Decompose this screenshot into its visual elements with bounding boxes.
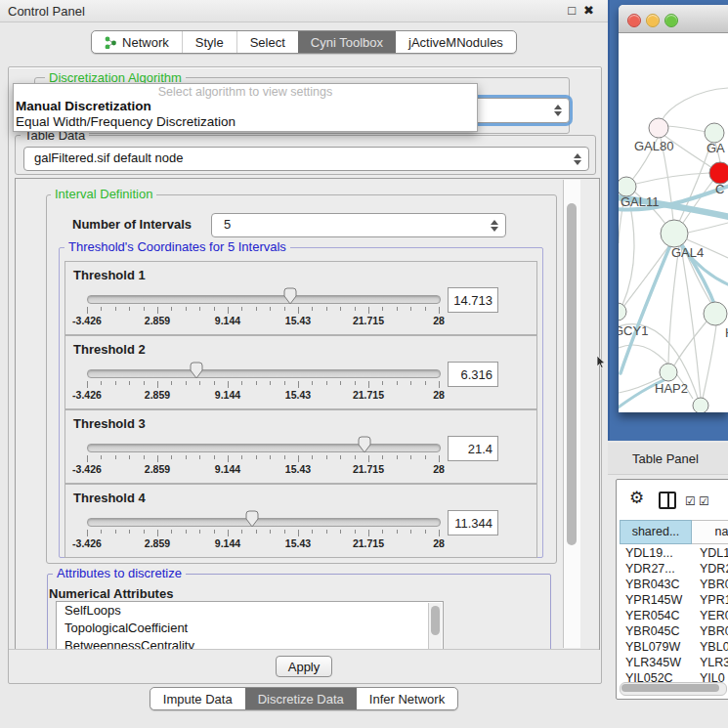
- node-GA[interactable]: [705, 123, 724, 143]
- panel-scrollbar[interactable]: [563, 180, 580, 648]
- column-header[interactable]: na: [692, 520, 728, 544]
- table-cell[interactable]: YBL079W: [620, 639, 692, 655]
- dropdown-option[interactable]: Manual Discretization: [14, 99, 477, 114]
- threshold-slider-track[interactable]: [87, 444, 441, 452]
- apply-button[interactable]: Apply: [276, 656, 332, 677]
- num-intervals-combo[interactable]: 5: [211, 213, 506, 237]
- scrollbar-thumb[interactable]: [567, 203, 577, 545]
- slider-tick-labels: -3.4262.8599.14415.4321.71528: [87, 537, 439, 549]
- threshold-value-field[interactable]: 11.344: [448, 510, 498, 535]
- node-GAL80[interactable]: [649, 118, 668, 138]
- node-GAL4[interactable]: [661, 220, 688, 247]
- table-row[interactable]: YDR27...YDR2: [620, 561, 728, 577]
- mouse-cursor: [596, 356, 608, 369]
- attributes-list[interactable]: SelfLoopsTopologicalCoefficientBetweenne…: [56, 601, 444, 650]
- node-GAL11[interactable]: [619, 177, 636, 196]
- table-cell[interactable]: YDL19...: [620, 545, 692, 561]
- spinner-arrows-icon: [491, 220, 498, 232]
- minimize-traffic-light-icon[interactable]: [646, 14, 660, 27]
- tab-cyni-toolbox[interactable]: Cyni Toolbox: [298, 31, 396, 53]
- table-cell[interactable]: YER0: [692, 608, 728, 623]
- node[interactable]: [693, 398, 708, 412]
- dropdown-option[interactable]: Equal Width/Frequency Discretization: [14, 114, 477, 130]
- gear-icon[interactable]: ⚙: [629, 490, 644, 506]
- mode-tab-bar: Impute DataDiscretize DataInfer Network: [0, 687, 608, 710]
- mode-tab-infer-network[interactable]: Infer Network: [357, 688, 457, 709]
- num-intervals-value: 5: [224, 217, 231, 232]
- table-row[interactable]: YDL19...YDL1: [620, 545, 728, 561]
- threshold-3-panel: Threshold 3 -3.4262.8599.14415.4321.7152…: [64, 409, 537, 484]
- network-graph[interactable]: GAL80GACGAL11GAL4GCY1HHAP2: [619, 33, 728, 412]
- node-GCY1[interactable]: [619, 303, 626, 321]
- tab-label: Discretize Data: [258, 692, 344, 707]
- table-cell[interactable]: YDR2: [692, 561, 728, 577]
- threshold-slider-thumb[interactable]: [358, 436, 371, 453]
- tab-style[interactable]: Style: [182, 31, 236, 53]
- checkbox-icon[interactable]: ☑: [685, 495, 696, 507]
- table-hscrollbar[interactable]: [620, 682, 727, 696]
- scrollbar-thumb[interactable]: [621, 684, 719, 692]
- table-cell[interactable]: YDL1: [692, 545, 728, 561]
- table-row[interactable]: YBL079WYBL0: [620, 639, 728, 655]
- threshold-value-field[interactable]: 21.4: [448, 436, 498, 461]
- node-C[interactable]: [709, 162, 728, 184]
- threshold-slider-thumb[interactable]: [190, 362, 203, 379]
- threshold-slider-thumb[interactable]: [245, 510, 259, 528]
- columns-icon[interactable]: [659, 492, 676, 509]
- dropdown-prompt: Select algorithm to view settings: [14, 84, 477, 99]
- node-HAP2[interactable]: [660, 364, 677, 381]
- tab-network[interactable]: Network: [92, 31, 182, 53]
- threshold-label: Threshold 4: [73, 491, 146, 505]
- threshold-value-field[interactable]: 14.713: [448, 287, 498, 313]
- tab-select[interactable]: Select: [236, 31, 298, 53]
- column-header[interactable]: shared...: [620, 520, 692, 544]
- spinner-arrows-icon: [554, 105, 562, 116]
- threshold-1-panel: Threshold 1 -3.4262.8599.14415.4321.7152…: [64, 261, 537, 335]
- mode-tab-discretize-data[interactable]: Discretize Data: [245, 688, 357, 709]
- table-cell[interactable]: YBR043C: [620, 577, 692, 592]
- mode-tab-impute-data[interactable]: Impute Data: [150, 688, 245, 709]
- table-cell[interactable]: YBR0: [692, 577, 728, 592]
- table-data-combo[interactable]: galFiltered.sif default node: [23, 147, 589, 171]
- table-row[interactable]: YBR045CYBR0: [620, 623, 728, 639]
- tab-jactivemnodules[interactable]: jActiveMNodules: [396, 31, 516, 53]
- table-row[interactable]: YLR345WYLR3: [620, 655, 728, 670]
- attribute-list-item[interactable]: TopologicalCoefficient: [57, 620, 443, 637]
- list-scrollbar[interactable]: [428, 603, 442, 650]
- table-cell[interactable]: YDR27...: [620, 561, 692, 577]
- checkbox-icon[interactable]: ☑: [699, 495, 709, 507]
- node-table: ⚙ ☑ ☑ shared... na YDL19...YDL1YDR27...Y…: [616, 479, 728, 700]
- table-row[interactable]: YER054CYER0: [620, 608, 728, 623]
- tab-label: Style: [195, 35, 224, 50]
- zoom-traffic-light-icon[interactable]: [664, 14, 678, 27]
- network-window-titlebar[interactable]: [619, 5, 728, 33]
- attribute-list-item[interactable]: SelfLoops: [57, 602, 443, 620]
- table-row[interactable]: YPR145WYPR1: [620, 592, 728, 608]
- table-cell[interactable]: YER054C: [620, 608, 692, 623]
- threshold-slider-track[interactable]: [87, 295, 441, 304]
- table-cell[interactable]: YPR1: [692, 592, 728, 608]
- table-cell[interactable]: YBR045C: [620, 623, 692, 639]
- threshold-value-field[interactable]: 6.316: [448, 362, 498, 387]
- slider-ticks: [87, 455, 439, 463]
- table-cell[interactable]: YLR3: [692, 655, 728, 670]
- threshold-slider-track[interactable]: [87, 518, 441, 527]
- threshold-slider-track[interactable]: [87, 369, 441, 378]
- table-cell[interactable]: YPR145W: [620, 592, 692, 608]
- table-cell[interactable]: YLR345W: [620, 655, 692, 670]
- table-cell[interactable]: YBR0: [692, 623, 728, 639]
- threshold-label: Threshold 3: [73, 416, 146, 431]
- threshold-4-panel: Threshold 4 -3.4262.8599.14415.4321.7152…: [64, 484, 537, 558]
- table-panel-title: Table Panel: [632, 451, 699, 466]
- table-row[interactable]: YBR043CYBR0: [620, 577, 728, 592]
- table-cell[interactable]: YBL0: [692, 639, 728, 655]
- node-H[interactable]: [704, 302, 727, 325]
- threshold-2-panel: Threshold 2 -3.4262.8599.14415.4321.7152…: [64, 335, 537, 409]
- float-icon[interactable]: □: [568, 3, 576, 19]
- close-icon[interactable]: ✖: [583, 3, 594, 19]
- network-canvas[interactable]: GAL80GACGAL11GAL4GCY1HHAP2: [619, 33, 728, 412]
- slider-ticks: [87, 381, 439, 389]
- threshold-slider-thumb[interactable]: [283, 287, 297, 305]
- close-traffic-light-icon[interactable]: [627, 14, 641, 27]
- tab-label: Infer Network: [369, 692, 445, 707]
